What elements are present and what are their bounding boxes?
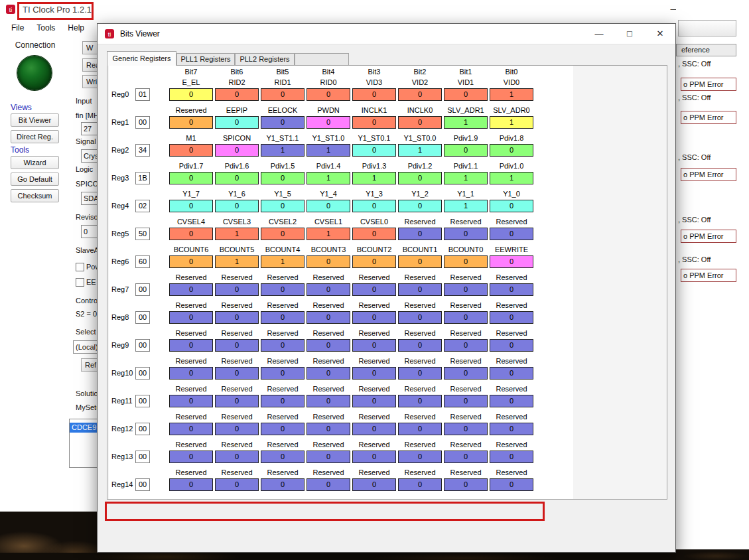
bit-cell-reg14-bit6[interactable]: 0 <box>215 478 259 491</box>
reg-hex-reg2[interactable]: 34 <box>135 144 150 157</box>
bit-cell-reg8-bit5[interactable]: 0 <box>261 311 305 324</box>
bit-cell-reg0-bit3[interactable]: 0 <box>352 88 396 101</box>
reg-hex-reg6[interactable]: 60 <box>135 255 150 268</box>
bit-cell-reg6-bit5[interactable]: 1 <box>261 255 305 268</box>
bit-cell-reg2-bit3[interactable]: 0 <box>352 144 396 157</box>
bit-cell-reg14-bit7[interactable]: 0 <box>169 478 213 491</box>
bit-cell-reg8-bit2[interactable]: 0 <box>398 311 442 324</box>
occluded-button[interactable] <box>678 20 736 36</box>
bit-cell-reg0-bit4[interactable]: 0 <box>306 88 350 101</box>
bit-cell-reg5-bit2[interactable]: 0 <box>398 228 442 240</box>
bit-cell-reg3-bit3[interactable]: 1 <box>352 172 396 184</box>
bit-cell-reg7-bit7[interactable]: 0 <box>169 283 213 296</box>
bit-cell-reg2-bit1[interactable]: 0 <box>444 144 488 157</box>
bit-cell-reg6-bit7[interactable]: 0 <box>169 255 213 268</box>
bit-cell-reg1-bit3[interactable]: 0 <box>352 116 396 129</box>
bit-cell-reg13-bit1[interactable]: 0 <box>444 451 488 463</box>
reg-hex-reg4[interactable]: 02 <box>135 200 150 212</box>
bit-cell-reg12-bit2[interactable]: 0 <box>398 423 442 435</box>
bit-cell-reg4-bit1[interactable]: 1 <box>444 200 488 212</box>
reg-hex-reg12[interactable]: 00 <box>135 423 150 435</box>
tab-generic-registers[interactable]: Generic Registers <box>107 51 176 66</box>
bit-cell-reg7-bit5[interactable]: 0 <box>261 283 305 296</box>
dialog-title-bar[interactable]: ti Bits Viewer — □ ✕ <box>98 24 675 44</box>
bit-cell-reg10-bit7[interactable]: 0 <box>169 367 213 380</box>
bit-cell-reg1-bit6[interactable]: 0 <box>215 116 259 129</box>
reg-hex-reg14[interactable]: 00 <box>135 478 150 491</box>
bit-cell-reg9-bit7[interactable]: 0 <box>169 339 213 352</box>
bit-cell-reg10-bit6[interactable]: 0 <box>215 367 259 380</box>
bit-cell-reg14-bit0[interactable]: 0 <box>490 478 533 491</box>
bit-cell-reg0-bit1[interactable]: 0 <box>444 88 488 101</box>
reg-hex-reg9[interactable]: 00 <box>135 339 150 352</box>
bit-cell-reg5-bit0[interactable]: 0 <box>490 228 533 240</box>
tab-pll2-registers[interactable]: PLL2 Registers <box>235 53 295 66</box>
bit-cell-reg7-bit3[interactable]: 0 <box>352 283 396 296</box>
button-direct-reg[interactable]: Direct Reg. <box>11 130 59 143</box>
bit-cell-reg3-bit2[interactable]: 0 <box>398 172 442 184</box>
bit-cell-reg4-bit2[interactable]: 0 <box>398 200 442 212</box>
bit-cell-reg5-bit5[interactable]: 0 <box>261 228 305 240</box>
bit-cell-reg11-bit6[interactable]: 0 <box>215 395 259 407</box>
bit-cell-reg7-bit2[interactable]: 0 <box>398 283 442 296</box>
button-go-default[interactable]: Go Default <box>11 173 59 186</box>
bit-cell-reg7-bit1[interactable]: 0 <box>444 283 488 296</box>
bit-cell-reg0-bit7[interactable]: 0 <box>169 88 213 101</box>
bit-cell-reg2-bit6[interactable]: 0 <box>215 144 259 157</box>
bit-cell-reg13-bit6[interactable]: 0 <box>215 451 259 463</box>
bit-cell-reg14-bit3[interactable]: 0 <box>352 478 396 491</box>
bit-cell-reg10-bit5[interactable]: 0 <box>261 367 305 380</box>
bit-cell-reg5-bit7[interactable]: 0 <box>169 228 213 240</box>
button-wizard[interactable]: Wizard <box>11 156 59 169</box>
bit-cell-reg13-bit0[interactable]: 0 <box>490 451 533 463</box>
bit-cell-reg12-bit7[interactable]: 0 <box>169 423 213 435</box>
bit-cell-reg6-bit3[interactable]: 0 <box>352 255 396 268</box>
reg-hex-reg8[interactable]: 00 <box>135 311 150 324</box>
bit-cell-reg9-bit1[interactable]: 0 <box>444 339 488 352</box>
reg-hex-reg1[interactable]: 00 <box>135 116 150 129</box>
bit-cell-reg12-bit1[interactable]: 0 <box>444 423 488 435</box>
bit-cell-reg11-bit2[interactable]: 0 <box>398 395 442 407</box>
bit-cell-reg5-bit4[interactable]: 1 <box>306 228 350 240</box>
bit-cell-reg14-bit1[interactable]: 0 <box>444 478 488 491</box>
bit-cell-reg4-bit5[interactable]: 0 <box>261 200 305 212</box>
bit-cell-reg11-bit7[interactable]: 0 <box>169 395 213 407</box>
reg-hex-reg10[interactable]: 00 <box>135 367 150 380</box>
bit-cell-reg11-bit1[interactable]: 0 <box>444 395 488 407</box>
bit-cell-reg8-bit0[interactable]: 0 <box>490 311 533 324</box>
checkbox-icon[interactable] <box>76 278 84 287</box>
bit-cell-reg7-bit6[interactable]: 0 <box>215 283 259 296</box>
bit-cell-reg8-bit7[interactable]: 0 <box>169 311 213 324</box>
bit-cell-reg10-bit4[interactable]: 0 <box>306 367 350 380</box>
bit-cell-reg13-bit3[interactable]: 0 <box>352 451 396 463</box>
bit-cell-reg1-bit5[interactable]: 0 <box>261 116 305 129</box>
bit-cell-reg14-bit4[interactable]: 0 <box>306 478 350 491</box>
bit-cell-reg1-bit1[interactable]: 1 <box>444 116 488 129</box>
bit-cell-reg13-bit2[interactable]: 0 <box>398 451 442 463</box>
bit-cell-reg7-bit0[interactable]: 0 <box>490 283 533 296</box>
bit-cell-reg4-bit3[interactable]: 0 <box>352 200 396 212</box>
bit-cell-reg3-bit5[interactable]: 0 <box>261 172 305 184</box>
bit-cell-reg7-bit4[interactable]: 0 <box>306 283 350 296</box>
bit-cell-reg4-bit4[interactable]: 0 <box>306 200 350 212</box>
bit-cell-reg8-bit1[interactable]: 0 <box>444 311 488 324</box>
menu-item-file[interactable]: File <box>5 22 31 34</box>
bit-cell-reg2-bit7[interactable]: 0 <box>169 144 213 157</box>
bit-cell-reg11-bit3[interactable]: 0 <box>352 395 396 407</box>
reg-hex-reg3[interactable]: 1B <box>135 172 150 184</box>
bit-cell-reg5-bit6[interactable]: 1 <box>215 228 259 240</box>
bit-cell-reg0-bit6[interactable]: 0 <box>215 88 259 101</box>
bit-cell-reg1-bit0[interactable]: 1 <box>490 116 533 129</box>
bit-cell-reg3-bit7[interactable]: 0 <box>169 172 213 184</box>
bit-cell-reg11-bit5[interactable]: 0 <box>261 395 305 407</box>
bit-cell-reg11-bit4[interactable]: 0 <box>306 395 350 407</box>
bit-cell-reg6-bit4[interactable]: 0 <box>306 255 350 268</box>
bit-cell-reg11-bit0[interactable]: 0 <box>490 395 533 407</box>
bit-cell-reg9-bit2[interactable]: 0 <box>398 339 442 352</box>
bit-cell-reg6-bit6[interactable]: 1 <box>215 255 259 268</box>
reg-hex-reg13[interactable]: 00 <box>135 451 150 463</box>
bit-cell-reg3-bit6[interactable]: 0 <box>215 172 259 184</box>
reg-hex-reg0[interactable]: 01 <box>135 88 150 101</box>
button-checksum[interactable]: Checksum <box>11 189 59 202</box>
bit-cell-reg14-bit2[interactable]: 0 <box>398 478 442 491</box>
